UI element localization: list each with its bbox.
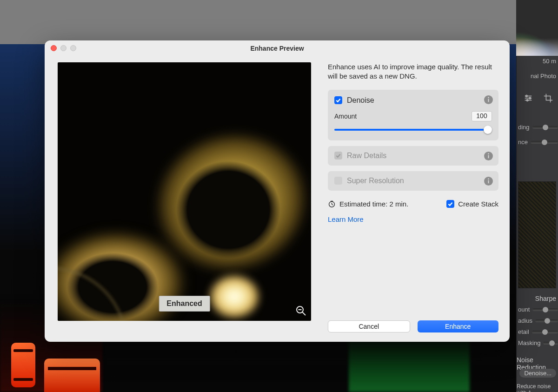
panel-hint: Reduce noise with A [517,383,556,392]
svg-point-14 [488,178,489,179]
window-close-button[interactable] [51,45,57,51]
super-resolution-checkbox [334,177,342,185]
panel-slider: ount [518,306,558,313]
crop-icon [543,93,553,103]
denoise-checkbox[interactable] [334,96,342,104]
window-maximize-button[interactable] [70,45,76,51]
super-resolution-option-block: Super Resolution [328,171,498,191]
slider-thumb[interactable] [484,126,492,134]
info-icon[interactable] [484,177,493,186]
amount-slider[interactable] [334,126,492,134]
svg-rect-13 [488,180,489,183]
raw-details-checkbox [334,152,342,159]
clock-icon [328,200,336,208]
learn-more-link[interactable]: Learn More [328,215,498,223]
estimated-time-text: Estimated time: 2 min. [339,200,408,208]
slider-label-clipped: ding [518,124,530,131]
develop-side-panel: 50 m nal Photo ding nce Sharpe ount adiu… [516,0,558,392]
slider-label-clipped: etail [518,328,529,335]
zoom-out-icon[interactable] [295,305,306,316]
enhance-button[interactable]: Enhance [418,320,499,332]
dialog-description: Enhance uses AI to improve image quality… [328,62,498,81]
enhance-preview-dialog: Enhance Preview Enhanced Enhance uses AI… [45,40,510,342]
dialog-titlebar: Enhance Preview [45,40,510,56]
amount-value-input[interactable]: 100 [472,111,492,121]
denoise-option-block: Denoise Amount 100 [328,90,498,140]
info-icon[interactable] [484,95,493,104]
svg-rect-7 [488,99,489,102]
amount-label: Amount [334,113,357,120]
slider-label-clipped: nce [518,139,528,146]
svg-line-4 [302,312,306,315]
super-resolution-label: Super Resolution [347,177,404,185]
raw-details-label: Raw Details [347,152,386,160]
preview-badge: Enhanced [159,296,210,312]
panel-slider: ding [518,124,558,131]
denoise-label: Denoise [347,96,374,105]
svg-point-8 [488,97,489,98]
cancel-button[interactable]: Cancel [328,320,410,332]
panel-slider: nce [518,139,558,146]
preview-image[interactable]: Enhanced [58,62,311,321]
panel-label: Sharpe [535,295,556,302]
svg-line-17 [332,204,333,205]
detail-thumbnail [518,181,556,288]
panel-header-original: nal Photo [531,73,556,80]
tool-icons-row [518,91,558,105]
dialog-title: Enhance Preview [250,45,304,52]
raw-details-option-block: Raw Details [328,146,498,166]
panel-slider: adius [518,317,558,324]
histogram-meta: 50 m [543,58,556,65]
create-stack-checkbox[interactable] [446,200,454,208]
sliders-icon [523,93,533,103]
slider-label-clipped: ount [518,306,530,313]
panel-slider: etail [518,328,558,335]
app-toolbar-area [0,0,558,44]
histogram [516,0,558,56]
svg-rect-10 [488,155,489,158]
slider-label-clipped: Masking [518,339,540,346]
create-stack-label: Create Stack [458,200,498,208]
window-minimize-button[interactable] [60,45,66,51]
denoise-panel-button[interactable]: Denoise... [519,369,556,378]
panel-slider: Masking [518,339,558,346]
info-icon[interactable] [484,152,493,160]
slider-label-clipped: adius [518,317,532,324]
svg-point-11 [488,153,489,154]
